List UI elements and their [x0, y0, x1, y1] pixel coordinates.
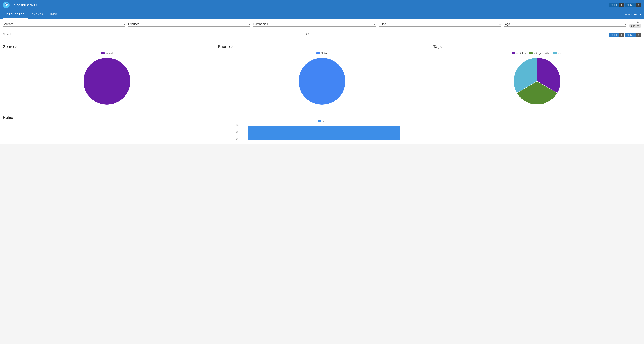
charts-row: Sources syscall Priorities — [3, 44, 641, 106]
hostnames-filter-label: Hostnames — [253, 23, 376, 26]
priorities-pie — [297, 56, 347, 106]
app-header: Falcosidekick UI Total 1 Notice 1 — [0, 0, 644, 10]
svg-point-5 — [7, 4, 8, 4]
tags-chart-section: Tags container mitre_execution shell — [433, 44, 641, 106]
legend-color-notice — [316, 52, 320, 54]
sources-chart-section: Sources syscall — [3, 44, 211, 106]
rules-title: Rules — [3, 115, 13, 120]
search-icon — [306, 32, 309, 37]
notice-badge-count: 1 — [636, 3, 641, 7]
app-title: Falcosidekick UI — [12, 3, 38, 7]
bar-legend-rule: rule — [318, 120, 326, 123]
legend-item-shell: shell — [553, 52, 563, 55]
legend-label-shell: shell — [558, 52, 563, 55]
priorities-legend: Notice — [316, 52, 328, 55]
header-badges: Total 1 Notice 1 — [609, 3, 641, 7]
since-label: Since — [636, 21, 641, 24]
rules-filter-arrow — [499, 24, 501, 25]
y-axis: 1.0 0.9 0.8 — [236, 124, 240, 140]
tags-legend: container mitre_execution shell — [512, 52, 562, 55]
refresh-dropdown-arrow — [639, 14, 641, 15]
svg-line-7 — [308, 35, 309, 36]
since-value: 24h — [631, 25, 635, 27]
legend-label-syscall: syscall — [106, 52, 113, 55]
notice-badge-group: Notice 1 — [625, 3, 641, 7]
sources-filter-label: Sources — [3, 23, 125, 26]
tab-dashboard[interactable]: DASHBOARD — [3, 10, 28, 19]
tags-chart-wrapper: container mitre_execution shell — [433, 52, 641, 106]
legend-color-shell — [553, 52, 557, 54]
hostnames-filter[interactable]: Hostnames — [253, 23, 376, 27]
tags-filter-label: Tags — [504, 23, 626, 26]
search-total-badge: Total 1 — [609, 33, 624, 37]
legend-item-notice: Notice — [316, 52, 328, 55]
priorities-chart-title: Priorities — [218, 44, 234, 49]
priorities-filter[interactable]: Priorities — [128, 23, 250, 27]
legend-color-container — [512, 52, 515, 54]
search-notice-label: Notice — [625, 33, 636, 37]
rules-filter[interactable]: Rules — [378, 23, 501, 27]
sources-chart-title: Sources — [3, 44, 18, 49]
since-group: Since 24h — [629, 21, 641, 28]
tags-chart-title: Tags — [433, 44, 442, 49]
priorities-chart-section: Priorities Notice — [218, 44, 426, 106]
refresh-value: 10s — [634, 13, 638, 16]
since-badge[interactable]: 24h — [629, 24, 641, 28]
legend-item-syscall: syscall — [101, 52, 113, 55]
y-axis-09: 0.9 — [236, 131, 239, 133]
search-badges: Total 1 Notice 1 — [609, 33, 641, 37]
since-dropdown-arrow — [637, 26, 639, 27]
refresh-select[interactable]: 10s — [634, 13, 641, 16]
nav-right: refresh 10s — [624, 13, 641, 16]
rules-section: Rules rule 1.0 0.9 0.8 — [3, 115, 641, 140]
search-total-count: 1 — [619, 33, 624, 37]
tab-events[interactable]: EVENTS — [28, 10, 47, 19]
nav-bar: DASHBOARD EVENTS INFO refresh 10s — [0, 10, 644, 19]
nav-tabs: DASHBOARD EVENTS INFO — [3, 10, 61, 19]
legend-item-container: container — [512, 52, 526, 55]
notice-badge-label: Notice — [625, 3, 636, 7]
legend-label-notice: Notice — [321, 52, 328, 55]
main-content: Sources syscall Priorities — [0, 40, 644, 144]
legend-color-mitre — [529, 52, 532, 54]
sources-filter[interactable]: Sources — [3, 23, 125, 27]
sources-chart-wrapper: syscall — [3, 52, 211, 106]
svg-point-4 — [6, 4, 6, 4]
search-row: Total 1 Notice 1 — [0, 31, 644, 40]
app-logo: Falcosidekick UI — [3, 2, 609, 9]
tags-pie — [512, 56, 562, 106]
search-input[interactable] — [3, 33, 306, 36]
sources-filter-arrow — [124, 24, 125, 25]
sources-pie — [82, 56, 132, 106]
bar-chart-container: 1.0 0.9 0.8 — [236, 124, 408, 140]
legend-label-mitre: mitre_execution — [534, 52, 550, 55]
legend-item-mitre: mitre_execution — [529, 52, 550, 55]
tags-filter-arrow — [624, 24, 626, 25]
priorities-filter-arrow — [248, 24, 250, 25]
tags-filter[interactable]: Tags — [504, 23, 626, 27]
y-axis-1: 1.0 — [236, 124, 239, 126]
bar-rule — [248, 126, 400, 140]
y-axis-08: 0.8 — [236, 138, 239, 140]
app-icon — [3, 2, 10, 9]
hostnames-filter-arrow — [374, 24, 376, 25]
search-notice-count: 1 — [636, 33, 641, 37]
legend-label-container: container — [516, 52, 526, 55]
filters-row: Sources Priorities Hostnames Rules Tags … — [0, 19, 644, 31]
legend-color-syscall — [101, 52, 104, 54]
sources-legend: syscall — [101, 52, 113, 55]
bar-legend-color-rule — [318, 120, 321, 122]
total-badge-group: Total 1 — [609, 3, 624, 7]
total-badge-count: 1 — [619, 3, 624, 7]
search-notice-badge: Notice 1 — [625, 33, 641, 37]
bar-legend-label-rule: rule — [322, 120, 326, 123]
search-total-label: Total — [609, 33, 619, 37]
priorities-filter-label: Priorities — [128, 23, 250, 26]
svg-point-6 — [306, 33, 308, 35]
priorities-chart-wrapper: Notice — [218, 52, 426, 106]
rules-filter-label: Rules — [378, 23, 501, 26]
bar-chart — [240, 124, 408, 140]
tab-info[interactable]: INFO — [47, 10, 61, 19]
refresh-label: refresh — [624, 13, 632, 16]
bar-chart-area: rule 1.0 0.9 0.8 — [3, 120, 641, 140]
